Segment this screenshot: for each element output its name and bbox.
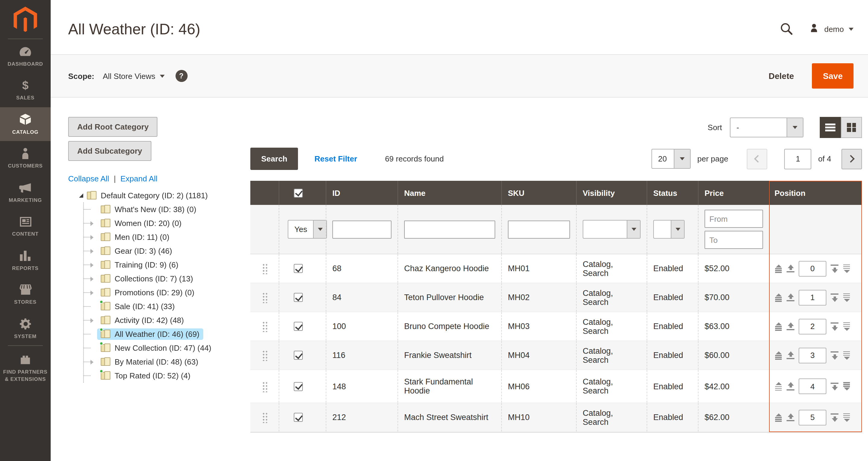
move-bottom-icon[interactable] — [843, 351, 850, 359]
tree-node[interactable]: Collections (ID: 7) (13) — [84, 272, 250, 286]
move-up-icon[interactable] — [786, 351, 795, 359]
move-down-icon[interactable] — [831, 351, 838, 359]
move-up-icon[interactable] — [786, 322, 795, 331]
magento-logo[interactable] — [0, 0, 51, 39]
tree-node-root[interactable]: Default Category (ID: 2) (1181) — [79, 188, 250, 202]
move-up-icon[interactable] — [786, 264, 795, 273]
move-bottom-icon[interactable] — [843, 413, 850, 422]
expand-icon[interactable] — [91, 262, 93, 267]
tree-node-selected[interactable]: All Weather (ID: 46) (69) — [84, 327, 250, 341]
column-header-visibility[interactable]: Visibility — [576, 181, 647, 205]
position-input[interactable] — [799, 319, 826, 334]
move-bottom-icon[interactable] — [843, 382, 850, 391]
move-up-icon[interactable] — [786, 382, 795, 391]
drag-handle-icon[interactable] — [262, 350, 267, 361]
delete-button[interactable]: Delete — [769, 71, 794, 81]
move-top-icon[interactable] — [775, 293, 782, 302]
column-header-status[interactable]: Status — [647, 181, 698, 205]
tree-node[interactable]: New Collection (ID: 47) (44) — [84, 341, 250, 355]
move-down-icon[interactable] — [831, 413, 838, 422]
tree-node[interactable]: Sale (ID: 41) (33) — [84, 299, 250, 314]
sidebar-item-customers[interactable]: CUSTOMERS — [0, 141, 51, 175]
expand-all-link[interactable]: Expand All — [120, 174, 157, 183]
sidebar-item-content[interactable]: CONTENT — [0, 209, 51, 243]
help-icon[interactable]: ? — [175, 70, 187, 82]
collapse-all-link[interactable]: Collapse All — [68, 174, 109, 183]
sidebar-item-reports[interactable]: REPORTS — [0, 243, 51, 277]
move-bottom-icon[interactable] — [843, 322, 850, 331]
move-top-icon[interactable] — [775, 351, 782, 359]
sidebar-item-system[interactable]: SYSTEM — [0, 311, 51, 345]
row-checkbox[interactable] — [294, 264, 303, 273]
row-checkbox[interactable] — [294, 382, 303, 391]
grid-view-button[interactable] — [841, 117, 862, 138]
status-filter-select[interactable] — [653, 220, 685, 239]
sidebar-item-marketing[interactable]: MARKETING — [0, 175, 51, 209]
tree-node[interactable]: Promotions (ID: 29) (0) — [84, 286, 250, 299]
drag-handle-icon[interactable] — [262, 381, 267, 392]
sidebar-item-stores[interactable]: STORES — [0, 277, 51, 311]
drag-handle-icon[interactable] — [262, 321, 267, 332]
sku-filter-input[interactable] — [508, 220, 570, 238]
sidebar-item-find-partners[interactable]: FIND PARTNERS & EXTENSIONS — [0, 346, 51, 388]
drag-handle-icon[interactable] — [262, 411, 267, 423]
row-checkbox[interactable] — [294, 322, 303, 331]
tree-node[interactable]: Gear (ID: 3) (46) — [84, 244, 250, 258]
expand-icon[interactable] — [91, 249, 93, 254]
tree-node[interactable]: What's New (ID: 38) (0) — [84, 202, 250, 216]
move-top-icon[interactable] — [775, 382, 782, 391]
list-view-button[interactable] — [820, 117, 841, 138]
move-top-icon[interactable] — [775, 413, 782, 422]
tree-node[interactable]: Top Rated (ID: 52) (4) — [84, 369, 250, 383]
move-up-icon[interactable] — [786, 293, 795, 302]
sidebar-item-catalog[interactable]: CATALOG — [0, 107, 51, 141]
next-page-button[interactable] — [841, 149, 862, 169]
move-down-icon[interactable] — [831, 322, 838, 331]
user-menu[interactable]: demo — [809, 23, 854, 35]
drag-handle-icon[interactable] — [262, 263, 267, 274]
position-input[interactable] — [799, 348, 826, 363]
per-page-select[interactable]: 20 — [651, 149, 691, 169]
move-down-icon[interactable] — [831, 293, 838, 302]
expand-icon[interactable] — [91, 235, 93, 239]
column-header-name[interactable]: Name — [398, 181, 501, 205]
price-from-input[interactable] — [705, 210, 763, 228]
column-header-id[interactable]: ID — [326, 181, 398, 205]
column-header-position[interactable]: Position — [769, 181, 862, 205]
move-top-icon[interactable] — [775, 322, 782, 331]
expand-icon[interactable] — [91, 276, 93, 281]
expand-icon[interactable] — [91, 359, 93, 364]
search-icon[interactable] — [780, 22, 794, 36]
collapse-arrow-icon[interactable] — [79, 193, 83, 197]
column-header-price[interactable]: Price — [698, 181, 769, 205]
previous-page-button[interactable] — [747, 149, 768, 169]
expand-icon[interactable] — [91, 290, 93, 295]
search-button[interactable]: Search — [250, 147, 298, 170]
sidebar-item-dashboard[interactable]: DASHBOARD — [0, 39, 51, 73]
column-header-sku[interactable]: SKU — [501, 181, 576, 205]
tree-node[interactable]: Women (ID: 20) (0) — [84, 216, 250, 230]
select-all-checkbox[interactable] — [294, 188, 303, 197]
position-input[interactable] — [799, 290, 826, 305]
expand-icon[interactable] — [91, 221, 93, 226]
row-checkbox[interactable] — [294, 351, 303, 360]
tree-node[interactable]: Men (ID: 11) (0) — [84, 230, 250, 244]
row-checkbox[interactable] — [294, 413, 303, 422]
position-input[interactable] — [799, 378, 826, 394]
move-bottom-icon[interactable] — [843, 293, 850, 302]
move-up-icon[interactable] — [786, 413, 795, 422]
drag-handle-icon[interactable] — [262, 292, 267, 303]
row-checkbox[interactable] — [294, 293, 303, 302]
add-root-category-button[interactable]: Add Root Category — [68, 117, 158, 137]
move-bottom-icon[interactable] — [843, 264, 850, 273]
move-down-icon[interactable] — [831, 264, 838, 273]
add-subcategory-button[interactable]: Add Subcategory — [68, 141, 151, 161]
price-to-input[interactable] — [705, 231, 763, 249]
name-filter-input[interactable] — [404, 220, 495, 238]
expand-icon[interactable] — [91, 318, 93, 323]
sidebar-item-sales[interactable]: $ SALES — [0, 73, 51, 107]
position-input[interactable] — [799, 409, 826, 425]
position-input[interactable] — [799, 261, 826, 276]
reset-filter-link[interactable]: Reset Filter — [315, 154, 358, 163]
scope-selector[interactable]: All Store Views — [103, 71, 164, 80]
